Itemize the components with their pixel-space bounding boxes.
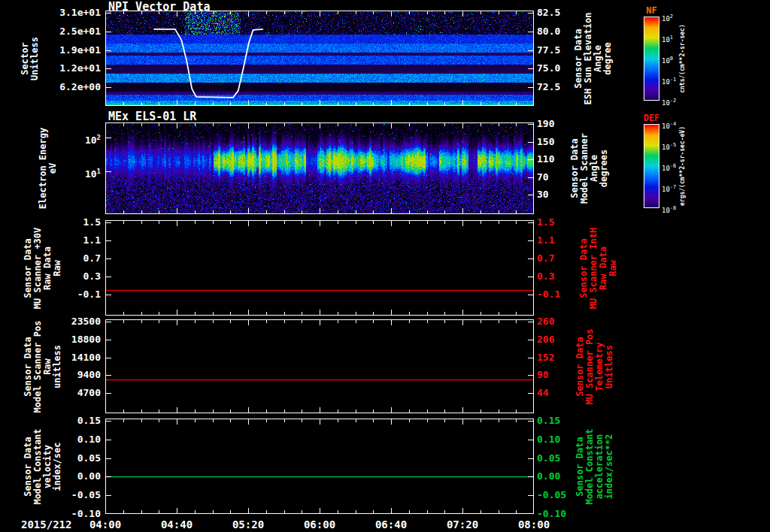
x-tick-label: 08:00 bbox=[510, 518, 558, 530]
colorbar-tick-label: 10-5 bbox=[662, 142, 676, 151]
colorbar-def bbox=[644, 124, 659, 208]
science-plot-figure: NPI Vector Data MEx ELS-01 LR 2015/212 3… bbox=[0, 0, 770, 532]
colorbar-unit-label: ergs/(cm**2-sr-sec-eV) bbox=[679, 126, 686, 206]
model-scanner-pos-right-tick-label: 260 bbox=[537, 316, 590, 327]
model-constant-velocity-right-tick-label: -0.10 bbox=[537, 509, 590, 519]
model-constant-velocity-left-tick-label: 0.15 bbox=[44, 416, 101, 426]
model-constant-line-plot bbox=[105, 419, 534, 514]
els-spectrogram-plot bbox=[105, 122, 534, 214]
colorbar-tick-label: 10-1 bbox=[662, 77, 676, 86]
x-tick-label: 06:00 bbox=[296, 518, 344, 530]
mex-els-01-lr-left-axis-label: Electron Energy eV bbox=[38, 128, 58, 209]
colorbar-unit-label: cnts/(cm**2-sr-sec) bbox=[679, 24, 686, 93]
npi-vector-data-left-tick-label: 6.2e+00 bbox=[44, 82, 101, 92]
npi-spectrogram-plot bbox=[105, 11, 534, 106]
mu-scanner-30v-right-tick-label: 1.5 bbox=[537, 217, 590, 228]
model-constant-velocity-right-axis-label: Sensor Data Model Constant acceleration … bbox=[575, 428, 614, 504]
npi-vector-data-left-tick-label: 3.1e+01 bbox=[44, 8, 101, 18]
colorbar-tick-label: 10-8 bbox=[662, 205, 676, 214]
mu-scanner-line-plot bbox=[105, 220, 534, 316]
colorbar-tick-label: 10-6 bbox=[662, 163, 676, 172]
x-tick-label: 05:20 bbox=[224, 518, 272, 530]
x-tick-label: 06:40 bbox=[367, 518, 415, 530]
npi-vector-data-left-tick-label: 1.2e+01 bbox=[44, 63, 101, 74]
mex-els-01-lr-right-axis-label: Sensor Data Model Scanner Angle degrees bbox=[570, 133, 609, 204]
colorbar-nf bbox=[644, 17, 659, 101]
colorbar-tick-label: 102 bbox=[662, 14, 673, 23]
model-constant-velocity-left-axis-label: Sensor Data Model Constant velocity inde… bbox=[23, 428, 62, 504]
mu-scanner-30v-left-axis-label: Sensor Data MU Scanner +30V Raw Data Raw bbox=[23, 227, 62, 308]
scanner-pos-line-plot bbox=[105, 319, 534, 413]
npi-vector-data-right-axis-label: Sensor Data ESH Sun Elevation Angle degr… bbox=[574, 12, 613, 104]
x-tick-label: 07:20 bbox=[438, 518, 487, 530]
npi-vector-data-left-tick-label: 1.9e+01 bbox=[44, 45, 101, 56]
x-tick-label: 04:40 bbox=[153, 518, 201, 530]
model-constant-velocity-left-tick-label: -0.10 bbox=[44, 509, 101, 519]
date-label: 2015/212 bbox=[21, 518, 71, 530]
mu-scanner-30v-left-tick-label: 1.5 bbox=[44, 217, 101, 228]
model-scanner-pos-right-axis-label: Sensor Data MU Scanner Pos Telemetry Uni… bbox=[575, 328, 614, 404]
colorbar-tick-label: 10-2 bbox=[662, 98, 676, 107]
panel2-title: MEx ELS-01 LR bbox=[108, 110, 196, 123]
x-tick-label: 04:00 bbox=[81, 518, 129, 530]
mu-scanner-30v-right-axis-label: Sensor Data MU Scanner IntH Raw Data Raw bbox=[579, 227, 618, 308]
npi-vector-data-left-tick-label: 2.5e+01 bbox=[44, 26, 101, 37]
colorbar-tick-label: 101 bbox=[662, 35, 673, 44]
colorbar-tick-label: 10-4 bbox=[662, 121, 676, 130]
mex-els-01-lr-right-tick-label: 190 bbox=[537, 119, 590, 129]
model-constant-velocity-right-tick-label: 0.15 bbox=[537, 416, 590, 426]
npi-vector-data-left-axis-label: Sector Unitless bbox=[20, 37, 40, 80]
colorbar-tick-label: 100 bbox=[662, 56, 673, 65]
colorbar-tick-label: 10-7 bbox=[662, 184, 676, 193]
model-scanner-pos-left-axis-label: Sensor Data Model Scanner Pos Raw unitle… bbox=[23, 320, 62, 413]
